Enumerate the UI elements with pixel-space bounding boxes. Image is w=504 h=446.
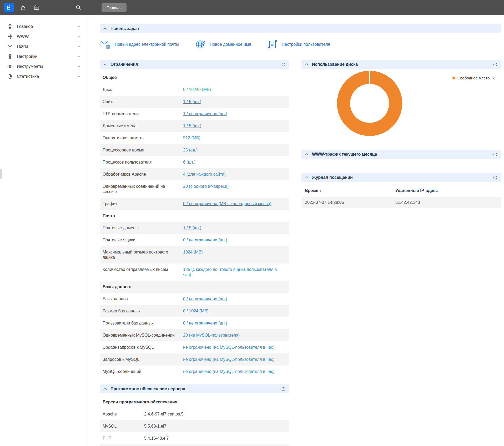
limit-label: Трафик	[103, 201, 183, 206]
limit-label: FTP-пользователи	[103, 111, 183, 116]
limits-row: Размер баз данных 0 / 1024 (MB)	[100, 305, 289, 317]
limits-row: Количество отправляемых писем 125 (с каж…	[100, 263, 289, 281]
limit-label: Почтовые ящики	[103, 237, 183, 243]
sort-desc-icon: ↓	[320, 189, 321, 193]
limits-row: Базы данных 0 / не ограничено (шт.)	[100, 293, 289, 305]
app-logo-button[interactable]	[4, 3, 14, 12]
table-row: 2022-07-07 14:28:06 5.142.42.143	[301, 197, 501, 208]
new-domain-action[interactable]: Новое доменное имя	[195, 39, 251, 50]
legend-label: Свободное место, %	[457, 76, 495, 80]
sidebar-item-label: WWW	[17, 34, 78, 39]
limits-row: Сайты 1 / 5 (шт.)	[100, 96, 289, 108]
column-header-time[interactable]: Время ↓	[305, 188, 395, 193]
limit-value[interactable]: 0 / не ограничено (шт.)	[183, 321, 286, 326]
limits-row: Одновременных MySQL-соединений 20 (на My…	[100, 329, 289, 341]
visit-log-panel-header: Журнал посещений	[301, 173, 501, 182]
refresh-icon[interactable]	[493, 175, 497, 180]
sidebar-item-www[interactable]: WWW	[0, 32, 88, 42]
sidebar-item-main[interactable]: Главное	[0, 22, 88, 32]
collapse-icon[interactable]	[305, 153, 308, 155]
topbar: Главная	[0, 0, 504, 15]
limit-value[interactable]: 1 / 5 (шт.)	[183, 99, 286, 104]
limit-label: Оперативная память	[103, 135, 183, 141]
limit-value[interactable]: 0 / не ограничено (MB в календарный меся…	[183, 201, 286, 206]
panel-title: WWW-трафик текущего месяца	[312, 152, 377, 157]
limit-value: не ограничено (на MySQL-пользователя в ч…	[183, 357, 286, 362]
collapse-icon[interactable]	[103, 63, 107, 65]
chevron-down-icon	[78, 46, 80, 48]
collapsed-panel-handle[interactable]	[0, 169, 2, 179]
limits-row: Общее	[100, 72, 289, 84]
limit-value[interactable]: 0 / не ограничено (шт.)	[183, 237, 286, 243]
mail-icon	[7, 44, 13, 49]
action-label: Новое доменное имя	[210, 42, 251, 47]
collapse-icon[interactable]	[305, 63, 308, 65]
sidebar-item-tools[interactable]: Инструменты	[0, 62, 88, 72]
refresh-icon[interactable]	[493, 152, 497, 157]
refresh-icon[interactable]	[281, 387, 286, 391]
limits-row: Процессорное время 25 (ед.)	[100, 144, 289, 156]
limits-row: MySQL-соединений не ограничено (на MySQL…	[100, 366, 289, 378]
task-log-button[interactable]	[33, 4, 40, 11]
limit-value: не ограничено (на MySQL-пользователя в ч…	[183, 345, 286, 350]
limit-label: Доменные имена	[103, 123, 183, 129]
limit-label: Запросов к MySQL	[103, 357, 183, 362]
limit-value[interactable]: 1 / не ограничено (шт.)	[183, 111, 286, 116]
limit-label: Диск	[103, 87, 183, 92]
limits-panel: Ограничения Общее	[100, 60, 289, 378]
limit-value[interactable]: 0 / 1024 (MB)	[183, 308, 286, 314]
software-panel: Программное обеспечение сервера Версии п…	[100, 384, 289, 446]
sidebar-item-mail[interactable]: Почта	[0, 42, 88, 52]
limit-label: MySQL-соединений	[103, 369, 183, 374]
refresh-icon[interactable]	[493, 62, 497, 67]
limit-label: Одновременных соединений на сессию	[103, 184, 183, 194]
sidebar-item-settings[interactable]: Настройки	[0, 52, 88, 62]
tuner-dial-icon	[7, 54, 13, 59]
collapse-icon[interactable]	[305, 176, 308, 179]
limit-value[interactable]: 0 / не ограничено (шт.)	[183, 296, 286, 302]
visit-log-panel: Журнал посещений Время ↓ Удалённый IP-ад…	[301, 173, 501, 208]
globe-pencil-icon	[195, 39, 206, 50]
limits-row: Пользователи баз данных 0 / не ограничен…	[100, 317, 289, 329]
chevron-down-icon	[78, 56, 80, 58]
limits-row: Почтовые домены 1 / 5 (шт.)	[100, 222, 289, 234]
software-table: Версии программного обеспечения Apache 2…	[100, 396, 289, 446]
software-row: Perl 5.16.3-299.el7_9	[100, 444, 289, 446]
donut-chart	[337, 70, 402, 136]
limit-value[interactable]: 1 / 5 (шт.)	[183, 225, 286, 231]
collapse-icon[interactable]	[103, 28, 107, 30]
software-version: 2.4.6-97.el7.centos.5	[144, 412, 286, 417]
search-button[interactable]	[75, 4, 82, 11]
favorites-button[interactable]	[19, 4, 26, 11]
new-email-action[interactable]: Новый адрес электронной почты	[100, 39, 179, 50]
panel-title: Программное обеспечение сервера	[110, 387, 185, 391]
user-settings-action[interactable]: Настройки пользователя	[267, 39, 330, 50]
visit-log-table: 2022-07-07 14:28:06 5.142.42.143	[301, 197, 501, 208]
action-label: Новый адрес электронной почты	[115, 42, 179, 47]
limit-value: 4 (для каждого сайта)	[183, 172, 286, 177]
legend-item[interactable]: Свободное место, %	[452, 76, 495, 80]
limit-value[interactable]: 1 / 5 (шт.)	[183, 123, 286, 129]
panel-title: Панель задач	[110, 26, 139, 31]
panel-title: Ограничения	[110, 62, 138, 67]
software-panel-header: Программное обеспечение сервера	[100, 384, 289, 393]
sidebar-item-label: Главное	[17, 24, 78, 29]
sidebar-item-label: Инструменты	[17, 64, 78, 69]
quick-actions: Новый адрес электронной почты Новое доме…	[100, 38, 501, 50]
limits-row: Оперативная память 512 (MB)	[100, 132, 289, 144]
column-header-ip[interactable]: Удалённый IP-адрес	[395, 188, 438, 193]
mail-gear-icon	[100, 39, 111, 50]
limit-label: Базы данных	[103, 296, 183, 302]
refresh-icon[interactable]	[281, 62, 286, 67]
limits-table: Общее Диск 0 / 10240 (MB) Сайты 1 / 5 (ш…	[100, 72, 289, 378]
clipboard-icon	[33, 4, 40, 11]
disk-usage-chart: Свободное место, %	[301, 69, 501, 149]
column-label: Время	[305, 188, 318, 193]
sidebar-item-stats[interactable]: Статистика	[0, 72, 88, 82]
limits-row: Максимальный размер почтового ящика 1024…	[100, 246, 289, 263]
limit-label: Общее	[103, 75, 286, 80]
tree-icon	[6, 5, 12, 11]
collapse-icon[interactable]	[103, 388, 107, 390]
tab-home[interactable]: Главная	[102, 3, 127, 12]
action-label: Настройки пользователя	[282, 42, 330, 47]
